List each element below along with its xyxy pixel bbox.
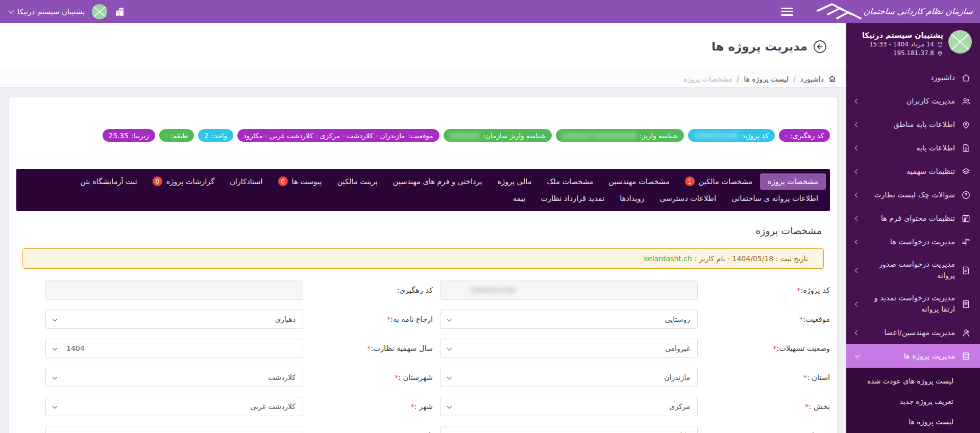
- breadcrumb-item-dashboard[interactable]: داشبورد: [800, 75, 824, 83]
- chevron-left-icon: [855, 98, 860, 104]
- location-select[interactable]: روستایی: [440, 310, 698, 329]
- main-content: مدیریت پروژه ها داشبورد / لیست پروژه ها …: [0, 23, 846, 433]
- district-label: بخش :*: [705, 402, 830, 411]
- form-icon: [961, 214, 971, 223]
- sidebar-submenu-projects: لیست پروژه های عودت شده تعریف پروژه جدید…: [846, 368, 980, 433]
- facility-status-select[interactable]: غیروامی: [440, 339, 698, 358]
- org-logo: سازمان نظام کاردانی ساختمان: [817, 3, 973, 20]
- sidebar-subitem-returned-projects-list[interactable]: لیست پروژه های عودت شده: [846, 371, 980, 391]
- tab-craftsmen[interactable]: استادکاران: [222, 173, 270, 190]
- supervision-quota-year-label: سال سهمیه نظارت:*: [310, 344, 433, 352]
- district-select[interactable]: مرکزی: [440, 397, 698, 416]
- tab-project-details[interactable]: مشخصات پروژه: [760, 173, 826, 190]
- sidebar-item-label: مدیریت درخواست صدور پروانه: [865, 259, 955, 282]
- sidebar-item-engineers-members-management[interactable]: مدیریت مهندسین/اعضا: [846, 321, 980, 344]
- badge-org-deposit-id: شناسه واریز سازمان:1404247: [444, 129, 552, 142]
- alert-username-link[interactable]: kelardasht.ch: [644, 254, 692, 263]
- tab-engineer-payments-forms[interactable]: پرداختی و فرم های مهندسین: [385, 173, 490, 190]
- chevron-left-icon: [855, 145, 860, 150]
- sidebar-item-label: اطلاعات پایه: [865, 144, 955, 152]
- chevron-down-icon: [8, 8, 14, 13]
- user-menu[interactable]: پشتیبان سیستم درنیکا: [9, 8, 85, 16]
- sidebar-item-quota-settings[interactable]: تنظیمات سهمیه: [846, 160, 980, 183]
- tab-engineers-details[interactable]: مشخصات مهندسین: [601, 173, 677, 190]
- badge-deposit-id: شناسه واریز:14042471400000294: [556, 129, 684, 142]
- project-code-input[interactable]: 1404247140: [440, 281, 698, 300]
- sidebar-item-dashboard[interactable]: داشبورد: [846, 66, 980, 89]
- tab-owners-print[interactable]: پرینت مالکین: [330, 173, 385, 190]
- tab-supervision-contract-renewal[interactable]: تمدید قرارداد نظارت: [533, 190, 612, 207]
- count-badge: 1: [685, 176, 695, 186]
- sidebar-item-label: تنظیمات محتوای فرم ها: [865, 214, 955, 222]
- tab-concrete-lab[interactable]: ثبت آزمایشگاه بتن: [72, 173, 145, 190]
- page-title: مدیریت پروژه ها: [712, 40, 807, 53]
- supervision-quota-year-select[interactable]: 1404: [45, 339, 303, 358]
- sidebar-item-supervision-checklist-questions[interactable]: سوالات چک لیست نظارت: [846, 183, 980, 207]
- count-badge: 0: [278, 176, 288, 186]
- village-select[interactable]: مکارود: [440, 426, 698, 433]
- clock-icon: [937, 41, 943, 48]
- map-date-input[interactable]: 1404/05/18: [45, 426, 303, 433]
- sidebar-item-label: داشبورد: [855, 73, 955, 82]
- sidebar-user-card: پشتیبان سیستم درنیکا 14 مرداد 1404 - 15:…: [846, 23, 980, 62]
- tab-property-details[interactable]: مشخصات ملک: [540, 173, 601, 190]
- breadcrumb-separator: /: [737, 75, 739, 83]
- sidebar-ip: 195.181.37.8: [893, 49, 934, 57]
- sidebar-item-form-content-settings[interactable]: تنظیمات محتوای فرم ها: [846, 207, 980, 230]
- home-icon: [828, 75, 836, 83]
- org-logo-text: سازمان نظام کاردانی ساختمان: [863, 7, 973, 16]
- sidebar-item-projects-management[interactable]: مدیریت پروژه ها: [846, 344, 980, 368]
- user-avatar[interactable]: [948, 30, 972, 54]
- province-label: استان :*: [705, 373, 830, 381]
- sidebar-item-requests-management[interactable]: مدیریت درخواست ها: [846, 230, 980, 253]
- renew-doc-icon: [961, 299, 971, 309]
- sidebar-subitem-projects-list[interactable]: لیست پروژه ها: [846, 412, 980, 432]
- chevron-left-icon: [855, 330, 860, 335]
- tab-attachments[interactable]: پیوست ها0: [271, 172, 330, 190]
- sidebar-item-permit-issuance-requests[interactable]: مدیریت درخواست صدور پروانه: [846, 253, 980, 287]
- city-select[interactable]: کلاردشت غربی: [45, 397, 303, 416]
- project-summary-badges: كد رهگیری:- کد پروژه:1404247140 شناسه وا…: [15, 97, 831, 142]
- badge-project-code: کد پروژه:1404247140: [688, 129, 775, 142]
- user-avatar[interactable]: [92, 4, 107, 19]
- facility-status-label: وضعیت تسهیلات:*: [705, 344, 830, 352]
- tab-access-info[interactable]: اطلاعات دسترسی: [652, 190, 724, 207]
- chevron-down-icon: [53, 346, 58, 351]
- referral-letter-label: ارجاع نامه به:*: [310, 315, 433, 323]
- sidebar-item-user-management[interactable]: مدیریت کاربران: [846, 89, 980, 113]
- city-label: شهر :*: [310, 402, 433, 411]
- tab-project-reports[interactable]: گزارشات پروژه0: [145, 172, 222, 190]
- layers-icon: [961, 167, 971, 176]
- sidebar-item-label: مدیریت درخواست ها: [865, 238, 955, 246]
- building-icon[interactable]: [114, 6, 126, 17]
- map-pin-icon: [937, 50, 943, 57]
- sidebar-item-permit-renewal-upgrade-requests[interactable]: مدیریت درخواست تمدید و ارتقا پروانه: [846, 287, 980, 321]
- tab-building-permit-info[interactable]: اطلاعات پروانه ی ساختمانی: [724, 190, 826, 207]
- tab-project-finance[interactable]: مالی پروژه: [490, 173, 540, 190]
- sidebar-item-label: مدیریت درخواست تمدید و ارتقا پروانه: [865, 293, 955, 315]
- badge-floor: طبقه:-: [159, 129, 194, 142]
- breadcrumb-item-projects-list[interactable]: لیست پروژه ها: [744, 75, 789, 83]
- tracking-code-input[interactable]: [45, 281, 303, 300]
- menu-hamburger-icon[interactable]: [781, 8, 793, 16]
- sidebar-subitem-new-project-definition[interactable]: تعریف پروژه جدید: [846, 391, 980, 412]
- breadcrumb: داشبورد / لیست پروژه ها / مشخصات پروژه: [0, 70, 846, 88]
- county-select[interactable]: کلاردشت: [45, 368, 303, 387]
- question-icon: [961, 190, 971, 200]
- tab-insurance[interactable]: بیمه: [505, 190, 533, 207]
- tab-events[interactable]: رویدادها: [612, 190, 652, 207]
- page-header: مدیریت پروژه ها: [0, 23, 846, 70]
- sidebar-item-base-info[interactable]: اطلاعات پایه: [846, 136, 980, 160]
- referral-letter-select[interactable]: دهیاری: [45, 310, 303, 329]
- sidebar: پشتیبان سیستم درنیکا 14 مرداد 1404 - 15:…: [846, 23, 980, 433]
- registration-info-alert: تاریخ ثبت : 1404/05/18 - نام کاربر : kel…: [22, 248, 824, 269]
- chevron-left-icon: [855, 216, 860, 221]
- sidebar-user-name: پشتیبان سیستم درنیکا: [862, 31, 943, 39]
- tab-owners-details[interactable]: مشخصات مالکین1: [677, 172, 760, 190]
- back-circle-icon[interactable]: [813, 40, 827, 54]
- project-card: كد رهگیری:- کد پروژه:1404247140 شناسه وا…: [9, 97, 837, 433]
- sidebar-item-regions-base-info[interactable]: اطلاعات پایه مناطق: [846, 113, 980, 136]
- breadcrumb-item-project-details: مشخصات پروژه: [683, 75, 732, 83]
- sidebar-item-label: اطلاعات پایه مناطق: [865, 120, 955, 129]
- province-select[interactable]: مازندران: [440, 368, 698, 387]
